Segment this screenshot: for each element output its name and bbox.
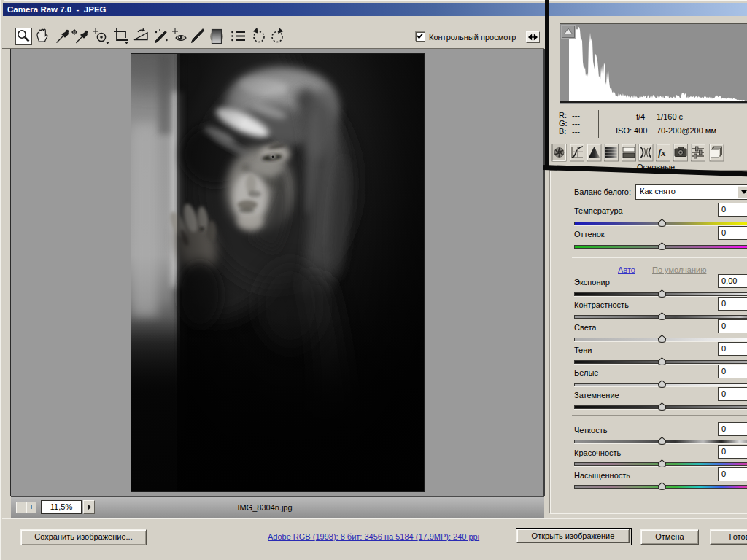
svg-text:fx: fx [658, 147, 666, 158]
